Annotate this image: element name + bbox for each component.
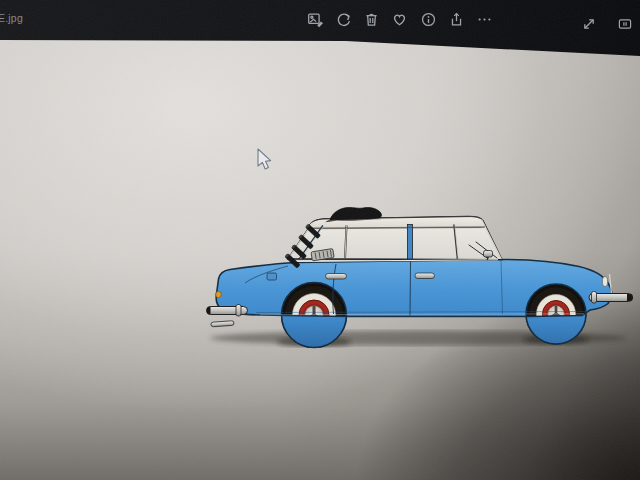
rear-door-handle [326, 274, 347, 280]
fullscreen-icon[interactable] [581, 16, 597, 32]
delete-icon[interactable] [363, 11, 380, 28]
more-icon[interactable] [476, 11, 493, 28]
headlight [602, 277, 607, 287]
mouse-cursor [256, 148, 274, 174]
taillight [216, 291, 222, 297]
photo-car-illustration[interactable] [200, 195, 640, 353]
rotate-icon[interactable] [335, 11, 352, 28]
filename-label: E.jpg [0, 12, 23, 24]
front-bumper [589, 292, 633, 304]
edit-image-icon[interactable] [307, 11, 324, 28]
share-icon[interactable] [448, 11, 465, 28]
front-door-handle [415, 273, 435, 279]
fuel-cap [267, 273, 277, 280]
car-drawing [200, 195, 640, 353]
favorite-icon[interactable] [391, 11, 408, 28]
info-icon[interactable] [420, 11, 437, 28]
exhaust-tip [211, 321, 234, 327]
rear-bumper [207, 305, 248, 317]
filmstrip-icon[interactable] [617, 16, 633, 32]
